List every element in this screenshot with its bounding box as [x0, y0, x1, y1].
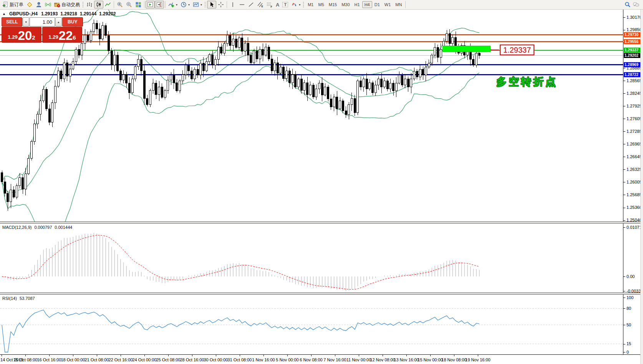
arrows-tool-button[interactable]: ▾ — [290, 1, 302, 8]
ohlc-open: 1.29193 — [41, 11, 58, 17]
time-axis-tick — [240, 355, 240, 356]
buy-price-box[interactable]: 1.29 22 6 — [42, 27, 82, 43]
window-edge-scrollbar[interactable] — [640, 10, 643, 364]
macd-label-row: MACD(12,26,9) 0.000797 0.001444 — [2, 225, 72, 230]
time-axis-tick — [2, 355, 2, 356]
sell-price-pipette: 2 — [32, 34, 35, 41]
rsi-axis-label: 0 — [626, 350, 629, 354]
new-order-icon — [2, 2, 8, 8]
templates-button[interactable]: ▾ — [191, 1, 204, 8]
tab-timeframe-m1[interactable]: M1 — [305, 1, 316, 8]
svg-text:F: F — [271, 5, 272, 8]
new-order-label: 新订单 — [10, 2, 23, 8]
sell-price-box[interactable]: 1.29 20 2 — [2, 27, 41, 43]
indicators-button[interactable]: ▾ — [167, 1, 179, 8]
new-order-button[interactable]: 新订单 — [1, 1, 25, 8]
periods-button[interactable]: ▾ — [179, 1, 191, 8]
sell-button[interactable]: SELL — [2, 17, 22, 26]
arrows-caret-icon[interactable]: ▾ — [299, 3, 300, 7]
ohlc-close: 1.29202 — [99, 11, 116, 17]
text-tool-button[interactable]: A — [274, 1, 281, 8]
chart-shift-button[interactable] — [155, 1, 164, 8]
bar-chart-mode-button[interactable] — [85, 1, 94, 8]
time-axis-label: 1 Nov 16:00 — [252, 357, 275, 362]
tab-timeframe-m15[interactable]: M15 — [326, 1, 339, 8]
toolbar-grip[interactable] — [204, 2, 206, 8]
signal-icon — [45, 2, 51, 8]
zoom-in-button[interactable] — [115, 1, 124, 8]
market-news-button[interactable] — [43, 1, 53, 8]
tab-timeframe-h1[interactable]: H1 — [352, 1, 362, 8]
time-axis-tick — [97, 355, 97, 356]
toolbar-grip[interactable] — [82, 2, 84, 8]
fibonacci-tool-button[interactable]: F — [265, 1, 274, 8]
price-plot-area[interactable] — [0, 10, 623, 222]
time-axis-tick — [144, 355, 145, 356]
tab-timeframe-d1[interactable]: D1 — [372, 1, 382, 8]
label-tool-icon: T — [282, 2, 288, 7]
time-axis-label: 15 Oct 08:00 — [13, 357, 38, 362]
macd-signal-value: 0.001444 — [55, 225, 72, 230]
axis-tick — [623, 17, 625, 18]
toolbar-grip[interactable] — [303, 2, 305, 8]
chinese-note-text[interactable]: 多空转折点 — [496, 75, 558, 89]
volume-decrease-button[interactable]: ▼ — [23, 17, 29, 26]
price-callout-label[interactable]: 1.29337 — [500, 45, 534, 55]
vertical-line-tool-button[interactable] — [228, 1, 237, 8]
auto-scroll-button[interactable] — [146, 1, 155, 8]
time-axis-label: 18 Oct 00:00 — [61, 357, 85, 362]
rsi-plot-area[interactable] — [0, 295, 623, 354]
template-icon — [193, 2, 199, 8]
collapse-panel-icon[interactable]: ▲ — [2, 12, 6, 16]
search-icon[interactable] — [625, 2, 631, 8]
axis-tick — [623, 291, 625, 291]
volume-input[interactable] — [30, 17, 55, 26]
auto-trading-label: 自动交易 — [61, 2, 80, 8]
chart-ohlc-header: ▲ GBPUSD-,H4 1.29193 1.29218 1.29144 1.2… — [2, 11, 116, 17]
horizontal-line-tool-button[interactable] — [237, 1, 247, 8]
price-tag: 1.29337 — [624, 48, 642, 53]
tab-timeframe-m5[interactable]: M5 — [316, 1, 326, 8]
periods-caret-icon[interactable]: ▾ — [188, 3, 190, 7]
axis-tick — [623, 81, 625, 81]
trendline-tool-button[interactable] — [247, 1, 256, 8]
line-chart-mode-button[interactable] — [103, 1, 113, 8]
tab-timeframe-h4[interactable]: H4 — [362, 1, 372, 8]
auto-trading-button[interactable]: 自动交易 — [53, 1, 81, 8]
candlestick-mode-button[interactable] — [94, 1, 103, 8]
callout-connector-line — [491, 50, 499, 50]
chat-icon[interactable] — [633, 2, 639, 8]
line-chart-icon — [105, 2, 111, 8]
equidistant-channel-icon: E — [257, 2, 263, 8]
zoom-out-button[interactable] — [124, 1, 134, 8]
crosshair-tool-button[interactable] — [216, 1, 225, 8]
indicators-caret-icon[interactable]: ▾ — [176, 3, 177, 7]
price-axis-label: 1.26325 — [626, 167, 642, 172]
quote-alert-button[interactable] — [25, 1, 34, 8]
cursor-tool-button[interactable] — [207, 1, 216, 8]
vertical-line-icon — [230, 2, 236, 8]
time-axis-label: 16 Oct 16:00 — [37, 357, 61, 362]
time-axis-tick — [25, 355, 26, 356]
profile-button[interactable] — [34, 1, 43, 8]
text-label-tool-button[interactable]: T — [281, 1, 290, 8]
templates-caret-icon[interactable]: ▾ — [201, 3, 202, 7]
tab-timeframe-m30[interactable]: M30 — [339, 1, 352, 8]
zoom-in-icon — [117, 2, 123, 8]
bar-chart-icon — [86, 2, 93, 8]
macd-panel: MACD(12,26,9) 0.000797 0.001444 0.010713… — [0, 223, 643, 293]
time-axis-label: 13 Nov 16:00 — [394, 357, 419, 362]
tab-timeframe-w1[interactable]: W1 — [382, 1, 393, 8]
tab-timeframe-mn[interactable]: MN — [393, 1, 404, 8]
axis-tick — [623, 93, 625, 94]
channel-tool-button[interactable]: E — [256, 1, 265, 8]
volume-increase-button[interactable]: ▲ — [55, 17, 62, 26]
axis-tick — [623, 30, 625, 30]
tile-windows-button[interactable] — [134, 1, 143, 8]
buy-button[interactable]: BUY — [62, 17, 83, 26]
macd-plot-area[interactable] — [0, 223, 623, 293]
auto-scroll-icon — [147, 2, 153, 8]
time-axis[interactable]: 14 Oct 201915 Oct 08:0016 Oct 16:0018 Oc… — [0, 354, 643, 364]
candlestick-icon — [96, 2, 102, 8]
trendline-icon — [248, 2, 254, 8]
